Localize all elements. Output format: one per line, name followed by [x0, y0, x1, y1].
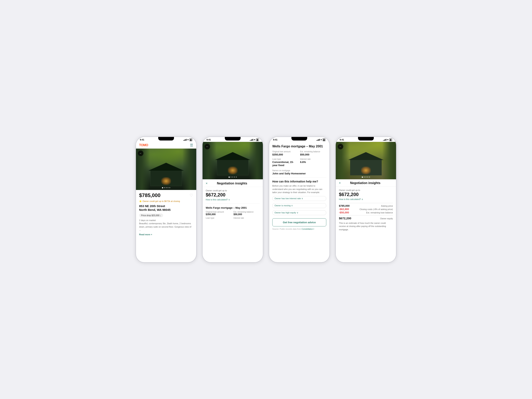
help-text: Before you make an offer, it can be help…: [272, 184, 326, 194]
phone4-image: ←: [336, 142, 396, 179]
phone-3: 9:41 ▾ ▓ Wells Fargo mortgage – May 2001…: [269, 137, 330, 263]
source-link[interactable]: Constellation I: [301, 228, 314, 230]
source-text: Source: Public records data from Constel…: [272, 228, 326, 230]
owner-equity-value: $672,200: [339, 216, 351, 220]
status-icons-2: ▾ ▓: [250, 139, 259, 141]
status-icons-4: ▾ ▓: [383, 139, 392, 141]
cabin-scene-1: [136, 149, 196, 190]
owner-equity-label: Owner equity: [380, 217, 393, 220]
remaining-value-2: $50,000: [234, 213, 260, 216]
notch-1: [158, 137, 174, 140]
asking-price-value: $785,000: [339, 204, 349, 207]
status-icons-1: ▾ ▓: [183, 139, 192, 141]
help-section: How can this information help me? Before…: [272, 177, 326, 230]
price-row: $785,000 ♡: [139, 192, 193, 198]
hamburger-icon[interactable]: ☰: [190, 143, 193, 147]
negotiation-header-2: × Negotiation insights: [203, 179, 263, 187]
address: 853 NE 20th Street North Bend, WA 98045: [139, 204, 193, 212]
orig-loan-label-2: Original loan amount: [206, 211, 232, 213]
phone4-body: Owner could get up to $672,200 How is th…: [336, 187, 396, 262]
equity-amount-2: $672,200: [206, 192, 260, 198]
tag-high-equity[interactable]: Owner has high equity ∨: [272, 210, 326, 215]
interest-rate-value-3: 6.6%: [300, 161, 326, 164]
owner-could-label-4: Owner could get up to: [339, 189, 393, 191]
back-button-2[interactable]: ←: [204, 144, 210, 149]
phone-2: 9:41 ▾ ▓ ←: [202, 137, 263, 263]
owner-equity-row: $672,200 Owner equity: [339, 216, 393, 220]
signal-icon-4: [383, 139, 386, 141]
status-icons-3: ▾ ▓: [317, 139, 325, 141]
notch-4: [358, 137, 374, 140]
names-section: Names on mortgage John and Sally Homeown…: [272, 170, 326, 175]
wifi-icon-1: ▾: [187, 139, 189, 141]
info-content-3: Wells Fargo mortgage – May 2001 Original…: [269, 142, 329, 262]
wifi-icon-4: ▾: [387, 139, 388, 141]
loan-type-value-3: Conventional, 15-year fixed: [272, 161, 298, 167]
time-4: 9:41: [340, 139, 344, 141]
mortgage-grid-2: Original loan amount $350,000 Est. remai…: [206, 211, 260, 219]
loan-balance-value: -$50,000: [339, 211, 349, 214]
negotiation-title-2: Negotiation insights: [217, 182, 247, 185]
battery-icon-3: ▓: [323, 139, 325, 141]
closing-costs-value: -$62,800: [339, 208, 349, 211]
wells-fargo-title: Wells Fargo mortgage – May 2001: [272, 145, 326, 148]
loan-type-label-2: Loan type: [206, 217, 232, 219]
remaining-label-2: Est. remaining balance: [234, 211, 260, 213]
image-dots-2: [228, 177, 237, 178]
owner-equity-note[interactable]: ⭐ Owner could get up to $672k at closing: [139, 200, 193, 203]
get-advice-button[interactable]: Get free negotiation advice: [272, 218, 326, 226]
wifi-icon-3: ▾: [321, 139, 322, 141]
remaining-value-3: $50,000: [300, 153, 326, 156]
orig-loan-value-2: $350,000: [206, 213, 232, 216]
insight-tags: Owner has low interest rate ∨ Owner is m…: [272, 196, 326, 216]
help-title: How can this information help me?: [272, 180, 326, 183]
signal-icon-1: [183, 139, 187, 141]
loan-balance-row: -$50,000 Est. remaining loan balance: [339, 211, 393, 214]
phone2-image: ←: [203, 142, 263, 179]
signal-icon-2: [250, 139, 253, 141]
phone4-negotiation-panel: × Negotiation insights Owner could get u…: [336, 179, 396, 262]
phone4-title: Negotiation insights: [341, 181, 390, 185]
how-calculated-4[interactable]: How is this calculated? ∧: [339, 198, 393, 201]
closing-costs-row: -$62,800 Closing costs (-8% of asking pr…: [339, 208, 393, 211]
heart-icon[interactable]: ♡: [190, 193, 193, 198]
interest-rate-label-2: Interest rate: [234, 217, 260, 219]
image-dots-1: [162, 187, 170, 188]
tag-moving[interactable]: Owner is moving ∨: [272, 203, 326, 208]
phones-container: 9:41 ▾ ▓ TOMO ☰: [136, 137, 396, 263]
notch-3: [291, 137, 307, 140]
battery-icon-1: ▓: [189, 139, 192, 141]
read-more-link[interactable]: Read more +: [139, 233, 193, 236]
names-label: Names on mortgage: [272, 170, 326, 172]
phone-4: 9:41 ▾ ▓ ←: [335, 137, 396, 263]
close-button-2[interactable]: ×: [206, 182, 208, 185]
cabin-scene-2: [203, 142, 263, 179]
interest-rate-label-3: Interest rate: [300, 158, 326, 160]
how-calculated-2[interactable]: How is this calculated? ∨: [206, 198, 260, 201]
loan-balance-label: Est. remaining loan balance: [366, 211, 393, 214]
info-screen-3: Wells Fargo mortgage – May 2001 Original…: [269, 142, 329, 262]
image-dots-4: [362, 177, 370, 178]
back-button-1[interactable]: ←: [138, 151, 143, 156]
phone1-header: TOMO ☰: [136, 142, 196, 149]
tag-low-interest[interactable]: Owner has low interest rate ∨: [272, 196, 326, 201]
mortgage-section-2: Wells Fargo mortgage – May 2001 Original…: [206, 205, 260, 219]
phone-1: 9:41 ▾ ▓ TOMO ☰: [136, 137, 197, 263]
cabin-scene-4: [336, 142, 396, 179]
divider-2: [206, 203, 260, 203]
close-button-4[interactable]: ×: [339, 181, 341, 185]
owner-could-label-2: Owner could get up to: [206, 189, 260, 192]
price-drop-badge: Price drop $25,000 ↓: [139, 213, 193, 217]
negotiation-panel-2: × Negotiation insights Owner could get u…: [203, 179, 263, 262]
signal-icon-3: [317, 139, 320, 141]
orig-loan-label-3: Original loan amount: [272, 151, 298, 153]
listing-price: $785,000: [139, 192, 160, 198]
time-2: 9:41: [207, 139, 211, 141]
orig-loan-value-3: $350,000: [272, 153, 298, 156]
battery-icon-4: ▓: [389, 139, 392, 141]
info-grid-3: Original loan amount $350,000 Est. remai…: [272, 151, 326, 167]
asking-price-row: $785,000 Asking price: [339, 204, 393, 207]
calc-divider-top: [339, 203, 393, 203]
back-button-4[interactable]: ←: [338, 144, 343, 149]
remaining-label-3: Est. remaining balance: [300, 151, 326, 153]
